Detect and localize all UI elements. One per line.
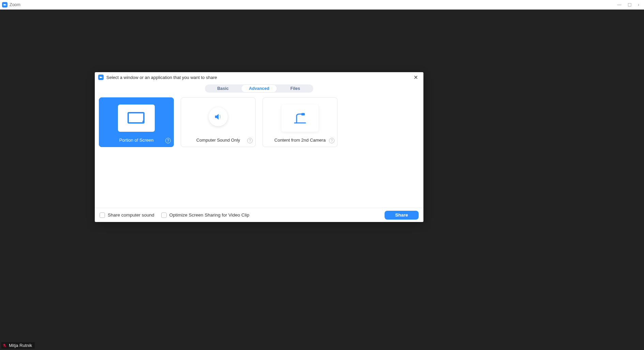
close-icon[interactable]: ✕ bbox=[411, 74, 420, 81]
tab-basic[interactable]: Basic bbox=[205, 84, 241, 93]
share-screen-dialog: Select a window or an application that y… bbox=[95, 72, 423, 222]
portion-thumbnail bbox=[118, 105, 155, 132]
dialog-title: Select a window or an application that y… bbox=[106, 75, 217, 80]
svg-rect-3 bbox=[301, 113, 305, 115]
zoom-app-icon bbox=[98, 75, 104, 80]
meeting-stage: Select a window or an application that y… bbox=[0, 10, 644, 350]
option-second-camera[interactable]: Content from 2nd Camera ? bbox=[263, 97, 338, 147]
help-icon[interactable]: ? bbox=[165, 138, 171, 143]
participant-name: Mitja Rutnik bbox=[9, 343, 32, 348]
zoom-app-icon bbox=[2, 2, 8, 7]
share-tabs: Basic Advanced Files bbox=[205, 84, 313, 93]
maximize-button[interactable]: ☐ bbox=[628, 2, 632, 7]
help-icon[interactable]: ? bbox=[247, 138, 253, 143]
camera-thumbnail bbox=[282, 105, 318, 132]
share-options: Portion of Screen ? Computer Sound Only … bbox=[95, 97, 423, 147]
checkbox-label: Share computer sound bbox=[108, 212, 154, 218]
participant-label: Mitja Rutnik bbox=[1, 342, 35, 349]
dialog-footer: Share computer sound Optimize Screen Sha… bbox=[95, 208, 423, 222]
checkbox-optimize-video-clip[interactable]: Optimize Screen Sharing for Video Clip bbox=[161, 212, 250, 218]
screen-portion-icon bbox=[128, 111, 145, 125]
checkbox-label: Optimize Screen Sharing for Video Clip bbox=[169, 212, 250, 218]
document-camera-icon bbox=[292, 111, 308, 125]
checkbox-share-computer-sound[interactable]: Share computer sound bbox=[100, 212, 154, 218]
muted-mic-icon bbox=[2, 343, 7, 348]
speaker-icon bbox=[213, 112, 223, 122]
option-label: Content from 2nd Camera bbox=[263, 138, 337, 143]
sound-thumbnail bbox=[209, 107, 228, 126]
tab-files[interactable]: Files bbox=[277, 84, 313, 93]
tab-advanced[interactable]: Advanced bbox=[241, 84, 277, 93]
svg-rect-0 bbox=[128, 113, 144, 123]
window-controls: — ☐ › bbox=[617, 2, 642, 7]
overflow-button[interactable]: › bbox=[638, 2, 639, 7]
help-icon[interactable]: ? bbox=[329, 138, 334, 143]
option-computer-sound-only[interactable]: Computer Sound Only ? bbox=[181, 97, 256, 147]
option-label: Computer Sound Only bbox=[181, 138, 255, 143]
window-titlebar: Zoom — ☐ › bbox=[0, 0, 644, 10]
checkbox-box bbox=[100, 212, 105, 218]
checkbox-box bbox=[161, 212, 167, 218]
option-label: Portion of Screen bbox=[99, 138, 174, 143]
share-button[interactable]: Share bbox=[385, 211, 419, 220]
option-portion-of-screen[interactable]: Portion of Screen ? bbox=[99, 97, 174, 147]
minimize-button[interactable]: — bbox=[617, 2, 621, 7]
window-title: Zoom bbox=[10, 2, 20, 7]
dialog-header: Select a window or an application that y… bbox=[95, 72, 423, 82]
